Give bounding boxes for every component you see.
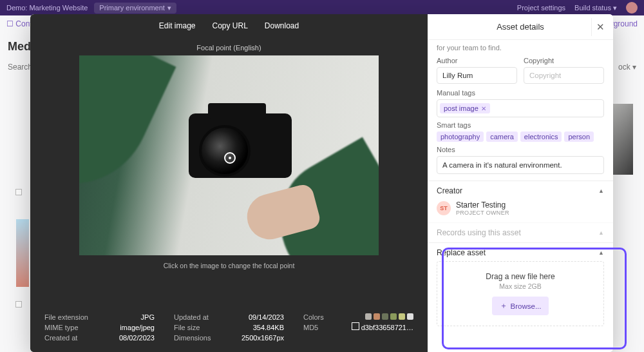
plus-icon: ＋: [500, 300, 507, 311]
project-name[interactable]: Demo: Marketing Website: [6, 4, 88, 12]
records-toggle[interactable]: Records using this asset ▲: [437, 228, 604, 237]
color-swatch[interactable]: [365, 313, 372, 320]
remove-tag-icon[interactable]: ✕: [481, 105, 486, 112]
project-settings-link[interactable]: Project settings: [517, 4, 565, 12]
color-swatch[interactable]: [390, 313, 397, 320]
image-panel: Edit image Copy URL Download Focal point…: [30, 14, 428, 352]
color-swatch[interactable]: [399, 313, 405, 320]
creator-name: Starter Testing: [456, 200, 509, 210]
asset-thumbnail[interactable]: [16, 219, 29, 287]
hint-fragment: for your team to find.: [437, 40, 604, 57]
copyright-label: Copyright: [524, 57, 604, 64]
manual-tags-label: Manual tags: [437, 89, 604, 97]
copy-url-button[interactable]: Copy URL: [212, 21, 247, 30]
smart-tag: camera: [486, 132, 518, 142]
caret-down-icon: ▲: [598, 230, 604, 236]
caret-up-icon: ▲: [598, 249, 604, 256]
sort-select[interactable]: ock ▾: [618, 63, 636, 72]
manual-tags-input[interactable]: post image✕: [437, 99, 604, 117]
image-actions: Edit image Copy URL Download: [30, 14, 428, 37]
color-swatch[interactable]: [374, 313, 380, 320]
md5-value[interactable]: d3bf33658721…: [353, 324, 413, 331]
records-section: Records using this asset ▲: [428, 222, 613, 242]
nav-playground[interactable]: yground: [610, 19, 638, 28]
asset-checkbox[interactable]: [15, 189, 22, 195]
color-swatch[interactable]: [382, 313, 388, 320]
creator-section: Creator ▲ ST Starter Testing PROJECT OWN…: [428, 181, 613, 222]
close-button[interactable]: ✕: [591, 18, 609, 36]
chevron-down-icon: ▾: [632, 63, 636, 72]
asset-meta: File extensionJPG MIME typeimage/jpeg Cr…: [30, 304, 428, 352]
asset-preview[interactable]: [79, 55, 379, 255]
smart-tag: electronics: [520, 132, 562, 142]
focal-point-marker[interactable]: [224, 152, 236, 164]
replace-asset-section: Replace asset ▲ Drag a new file here Max…: [428, 242, 613, 331]
replace-dropzone[interactable]: Drag a new file here Max size 2GB ＋ Brow…: [437, 261, 604, 326]
details-panel: Asset details ✕ for your team to find. A…: [428, 14, 613, 352]
details-header: Asset details ✕: [428, 14, 613, 40]
focal-point-label: Focal point (English): [30, 37, 428, 55]
chevron-down-icon: ▾: [613, 4, 617, 12]
replace-toggle[interactable]: Replace asset ▲: [437, 248, 604, 257]
notes-label: Notes: [437, 146, 604, 153]
build-status-link[interactable]: Build status ▾: [574, 4, 617, 12]
app-topbar: Demo: Marketing Website Primary environm…: [0, 0, 644, 15]
smart-tag: person: [564, 132, 594, 142]
smart-tag: photography: [437, 132, 484, 142]
asset-checkbox[interactable]: [15, 301, 22, 308]
browse-button[interactable]: ＋ Browse...: [492, 297, 549, 315]
author-label: Author: [437, 57, 517, 64]
color-swatch[interactable]: [407, 313, 413, 320]
creator-avatar: ST: [437, 201, 451, 215]
caret-up-icon: ▲: [598, 188, 604, 194]
download-button[interactable]: Download: [265, 21, 299, 30]
creator-role: PROJECT OWNER: [456, 210, 509, 216]
tag[interactable]: post image✕: [440, 103, 490, 113]
environment-picker[interactable]: Primary environment ▾: [94, 3, 176, 14]
copy-icon: [353, 324, 359, 330]
notes-input[interactable]: A camera in it's natural environment.: [437, 156, 604, 174]
creator-toggle[interactable]: Creator ▲: [437, 186, 604, 195]
copyright-input[interactable]: [524, 67, 604, 84]
smart-tags-list: photographycameraelectronicsperson: [437, 132, 604, 142]
chevron-down-icon: ▾: [167, 4, 171, 12]
leaf-decor: [79, 55, 176, 207]
user-avatar[interactable]: [626, 2, 638, 14]
focal-point-hint: Click on the image to change the focal p…: [30, 255, 428, 276]
color-swatches: [365, 313, 413, 321]
edit-image-button[interactable]: Edit image: [159, 21, 196, 30]
search-input[interactable]: Search: [8, 63, 32, 72]
camera-decor: [189, 113, 292, 178]
details-title: Asset details: [437, 22, 604, 32]
author-input[interactable]: [437, 67, 517, 84]
asset-modal: Edit image Copy URL Download Focal point…: [30, 14, 613, 352]
smart-tags-label: Smart tags: [437, 121, 604, 129]
